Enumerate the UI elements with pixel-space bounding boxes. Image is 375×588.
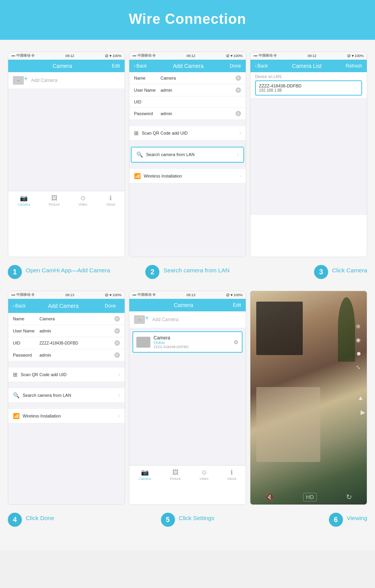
done-button-4[interactable]: Done — [101, 302, 120, 310]
username-clear-btn-4[interactable]: ✕ — [114, 328, 120, 334]
camera-item-5[interactable]: Camera Online ZZZZ-41B438-DDFBD ⚙ — [132, 331, 243, 353]
lan-device-item[interactable]: ZZZZ-418438-DDFBD 192.168.1.88 — [255, 80, 362, 96]
back-button-2[interactable]: ‹ Back — [134, 63, 147, 69]
camera-tab-icon-5: 📷 — [141, 469, 149, 476]
search-lan-icon: 🔍 — [136, 151, 143, 158]
time-text-4: 09:13 — [66, 293, 75, 297]
add-camera-text-5: Add Camera — [152, 317, 179, 322]
rotate-icon[interactable]: ↻ — [346, 493, 352, 501]
battery-text-4: @ ♥ 100% — [105, 293, 122, 297]
uid-clear-btn-4[interactable]: ✕ — [114, 340, 120, 346]
step-4-item: 4 Click Done — [8, 513, 125, 527]
password-label: Password — [134, 111, 157, 116]
camera-bg: ⊕ ◉ ⏺ ⤡ ▲ ▶ 🔇 HD ↻ — [250, 291, 367, 505]
mic-icon[interactable]: 🔇 — [265, 493, 274, 501]
edit-button-5[interactable]: Edit — [233, 302, 241, 308]
nav-title-1: Camera — [53, 63, 72, 69]
status-bar-3: ▪▪▪ 中国移动 令 09:12 @ ♥ 100% — [250, 52, 367, 60]
wireless-icon: 📶 — [134, 173, 141, 179]
scan-qr-row-4[interactable]: ⊞ Scan QR Code add UID › — [8, 368, 125, 382]
signal-icon-4: ▪▪▪ — [11, 293, 15, 297]
back-button-4[interactable]: ‹ Back — [13, 303, 26, 309]
tv-element — [256, 302, 303, 355]
tab-camera-5[interactable]: 📷 Camera — [139, 469, 151, 481]
username-value: admin — [161, 88, 232, 92]
password-clear-btn-4[interactable]: ✕ — [114, 352, 120, 358]
snapshot-icon[interactable]: ◉ — [356, 337, 364, 345]
scan-qr-row[interactable]: ⊞ Scan QR Code add UID › — [129, 126, 246, 140]
refresh-button-3[interactable]: Refresh — [346, 63, 362, 69]
tab-picture-5[interactable]: 🖼 Picture — [170, 469, 181, 481]
ptz-right-icon[interactable]: ▶ — [361, 409, 365, 416]
scan-qr-text-4: Scan QR Code add UID — [21, 372, 115, 377]
step-6-label: Viewing — [347, 513, 367, 522]
tab-label-picture-5: Picture — [170, 477, 181, 481]
carrier-text-5: 中国移动 令 — [138, 292, 156, 297]
phone-1: ▪▪▪ 中国移动 令 09:12 @ ♥ 100% Camera Edit ▪ — [8, 52, 125, 257]
page-title: Wire Connection — [0, 11, 375, 27]
add-camera-row-5[interactable]: ▪ + Add Camera — [129, 311, 246, 328]
add-camera-row-1[interactable]: ▪ + Add Camera — [8, 72, 125, 89]
username-label-4: User Name — [13, 329, 36, 333]
video-tab-icon-5: ⊙ — [202, 469, 207, 476]
search-lan-row[interactable]: 🔍 Search camera from LAN › — [132, 147, 243, 162]
divider-2b — [129, 144, 246, 147]
password-label-4: Password — [13, 353, 36, 357]
edit-button-1[interactable]: Edit — [112, 63, 120, 69]
phone-body-1: ▪ + Add Camera — [8, 72, 125, 191]
nav-title-5: Camera — [174, 302, 193, 308]
step-3-label: Click Camera — [332, 265, 367, 274]
password-field-4: Password admin ✕ — [8, 349, 125, 361]
picture-tab-icon-5: 🖼 — [172, 469, 179, 476]
battery-text-2: @ ♥ 100% — [226, 54, 243, 58]
hd-button[interactable]: HD — [303, 493, 316, 501]
step-1-label: Open CamHi App—Add Camera — [26, 265, 110, 274]
status-bar-5: ▪▪▪ 中国移动 令 09:13 @ ♥ 100% — [129, 291, 246, 299]
password-clear-btn[interactable]: ✕ — [236, 111, 241, 116]
password-field: Password admin ✕ — [129, 108, 246, 120]
signal-icon-2: ▪▪▪ — [132, 54, 136, 58]
settings-gear-icon-5[interactable]: ⚙ — [234, 339, 239, 345]
wireless-row[interactable]: 📶 Wireless Installation › — [129, 169, 246, 183]
fullscreen-icon[interactable]: ⤡ — [356, 364, 364, 372]
tab-about-1[interactable]: ℹ About — [106, 194, 116, 206]
nav-title-4: Add Camera — [48, 303, 79, 309]
divider-2a — [129, 123, 246, 126]
wireless-arrow-4: › — [118, 413, 120, 419]
divider-4b — [8, 385, 125, 388]
name-field: Name Camera ✕ — [129, 72, 246, 84]
uid-label-4: UID — [13, 341, 36, 345]
time-text-3: 09:12 — [308, 54, 317, 58]
wireless-text-4: Wireless Installation — [23, 414, 115, 418]
tab-about-5[interactable]: ℹ About — [227, 469, 237, 481]
username-clear-btn[interactable]: ✕ — [236, 87, 241, 93]
tab-video-1[interactable]: ⊙ Video — [79, 194, 88, 206]
steps-row-2: 4 Click Done 5 Click Settings 6 Viewing — [8, 513, 367, 527]
tab-camera-1[interactable]: 📷 Camera — [18, 194, 30, 206]
wireless-row-4[interactable]: 📶 Wireless Installation › — [8, 409, 125, 423]
zoom-in-icon[interactable]: ⊕ — [356, 323, 364, 331]
camera-thumb-5 — [136, 337, 150, 348]
back-button-3[interactable]: ‹ Back — [255, 63, 268, 69]
phone-5: ▪▪▪ 中国移动 令 09:13 @ ♥ 100% Camera Edit ▪ — [129, 291, 246, 505]
ptz-up-icon[interactable]: ▲ — [357, 394, 364, 401]
search-lan-row-highlight[interactable]: 🔍 Search camera from LAN › — [131, 147, 244, 163]
name-clear-btn[interactable]: ✕ — [236, 75, 241, 81]
search-lan-row-4[interactable]: 🔍 Search camera from LAN › — [8, 388, 125, 403]
nav-bar-5: Camera Edit — [129, 299, 246, 311]
tab-video-5[interactable]: ⊙ Video — [200, 469, 209, 481]
add-camera-text-1: Add Camera — [31, 78, 57, 83]
done-button-2[interactable]: Done — [230, 63, 241, 69]
sofa-element — [256, 387, 320, 462]
tab-picture-1[interactable]: 🖼 Picture — [49, 195, 60, 206]
camera-uid-5: ZZZZ-41B438-DDFBD — [154, 345, 230, 349]
battery-text-5: @ ♥ 100% — [226, 293, 243, 297]
camera-view: ⊕ ◉ ⏺ ⤡ ▲ ▶ 🔇 HD ↻ — [250, 291, 367, 505]
tab-label-about-5: About — [227, 477, 237, 481]
steps-row-1: 1 Open CamHi App—Add Camera 2 Search cam… — [8, 265, 367, 279]
name-clear-btn-4[interactable]: ✕ — [114, 316, 120, 322]
name-label-4: Name — [13, 316, 36, 321]
record-icon[interactable]: ⏺ — [356, 350, 364, 358]
scan-qr-arrow: › — [239, 130, 241, 136]
phone-body-2: Name Camera ✕ User Name admin ✕ UID P — [129, 72, 246, 257]
